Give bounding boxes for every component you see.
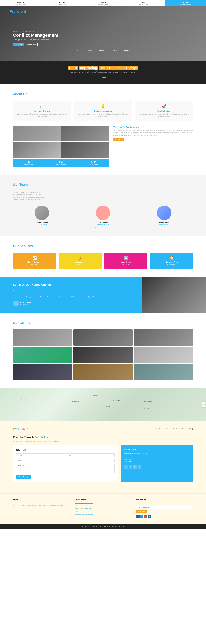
footer-nav-services[interactable]: Services — [170, 428, 176, 430]
gallery-item[interactable] — [74, 330, 132, 346]
footer-nav-about[interactable]: About — [156, 428, 160, 430]
cta-sub: Our company is one of the world's leadin… — [0, 71, 206, 73]
footer-social-gp[interactable]: g+ — [144, 515, 147, 518]
about-stat: 692Happy Clients — [77, 159, 110, 167]
phone-input[interactable] — [16, 458, 114, 462]
social-facebook[interactable]: f — [124, 465, 128, 469]
about-card-title: Business Growth — [16, 110, 68, 112]
gallery-item[interactable] — [13, 330, 72, 346]
hero-menu-clients[interactable]: Clients — [112, 50, 117, 51]
cta-pre: Start — [68, 66, 78, 70]
footer-nav-clients[interactable]: Clients — [180, 428, 185, 430]
news-date: Jun 21 — [74, 516, 78, 518]
get-in-touch-desc: You can also use a quick contact form be… — [13, 440, 193, 442]
footer-social-tw[interactable]: t — [140, 515, 144, 518]
top-nav-item-1[interactable]: AnaranLOREM IPSUM — [41, 0, 82, 6]
social-twitter[interactable]: t — [129, 465, 132, 469]
team-desc: Our company is one of the world's leadin… — [13, 192, 45, 201]
footer-nav-gallery[interactable]: Gallery — [188, 428, 193, 430]
gallery-item[interactable] — [74, 364, 132, 380]
map-zoom-out[interactable]: − — [202, 405, 205, 408]
service-icon: 🔄 — [108, 256, 144, 260]
top-nav-item-0[interactable]: EmagasLOREM IPSUM — [0, 0, 41, 6]
client-quote: Lorem ipsum dolor sit amet, consectetur … — [13, 296, 129, 298]
team-name: Cari Melissa — [74, 222, 132, 224]
gallery-item[interactable] — [134, 364, 193, 380]
gallery-item[interactable] — [134, 330, 193, 346]
news-link[interactable]: Creating Successful Consulting - — [74, 508, 131, 509]
service-text: Lorem ipsum... — [108, 264, 144, 266]
read-more-btn[interactable]: Read More — [113, 138, 124, 141]
welcome-text: This is a great service to help lead you… — [113, 130, 193, 136]
social-linkedin[interactable]: in — [138, 465, 142, 469]
about-stat: 450Staff Members — [45, 159, 77, 167]
cta-bar: Start Improving Your Business Today! Our… — [0, 61, 206, 84]
service-icon: 📋 — [153, 256, 190, 260]
top-nav-item-4[interactable]: FaceltiesLOREM IPSUM — [165, 0, 206, 6]
cta-contact-btn[interactable]: Contact Us — [95, 75, 111, 79]
footer-social-fb[interactable]: f — [136, 515, 140, 518]
about-card-icon: 🚀 — [138, 104, 190, 109]
clients-image — [142, 277, 206, 313]
hero-menu-services[interactable]: Services — [99, 50, 106, 51]
team-role: CEO / Founder — [13, 224, 71, 225]
news-link[interactable]: Unexpected Business Solutions - — [74, 514, 131, 515]
copyright-designer[interactable]: HiWayous — [118, 526, 125, 528]
hero-menu-about[interactable]: About — [77, 50, 82, 51]
hero-about-btn[interactable]: About Me — [13, 43, 24, 46]
service-title: Business Plan — [153, 261, 190, 263]
map-section: PACIFIC HEIGHTS LOWER PACIFIC HEIGHTS JA… — [0, 388, 206, 420]
gallery-item[interactable] — [74, 347, 132, 363]
stat-number: 450 — [46, 160, 76, 164]
name-input[interactable] — [16, 454, 65, 457]
footer-main: PProficient AboutTeamServicesClientsGall… — [0, 420, 206, 493]
map-zoom-in[interactable]: + — [202, 402, 205, 404]
cta-highlight: Improving — [79, 66, 98, 70]
news-date: Aug 05 — [74, 511, 78, 512]
team-avatar-0 — [34, 206, 49, 220]
service-icon: 👍 — [62, 256, 98, 260]
service-title: Market Research — [16, 261, 53, 263]
contact-phone1: (555) 789 612 — [124, 458, 190, 461]
about-card-title: Business Innovation — [78, 110, 128, 112]
email-input[interactable] — [66, 454, 114, 457]
stat-label: Projects Done — [14, 164, 44, 166]
gallery-item[interactable] — [13, 347, 72, 363]
hero-title: Conflict Management — [13, 32, 206, 38]
social-googleplus[interactable]: g+ — [134, 465, 137, 469]
about-card-text: Lorem ipsum dolor sit amet, consectetur … — [78, 113, 128, 118]
hero-logo: Proficient — [10, 10, 26, 14]
about-section: About Us 📊 Business Growth Lorem ipsum d… — [0, 84, 206, 175]
contact-info-title: Contact Info — [124, 448, 190, 451]
team-name: Richard White — [13, 222, 71, 224]
hero-menu-team[interactable]: Team — [88, 50, 92, 51]
copyright-text: Copyright 2017 Proficient. All Rights Re… — [81, 526, 118, 528]
about-title: About Us — [13, 92, 193, 96]
service-title: Management — [62, 261, 98, 263]
about-img-4 — [62, 142, 110, 158]
top-nav-item-2[interactable]: OrganizusLOREM IPSUM — [82, 0, 124, 6]
about-card-title: Results Delivery — [138, 110, 190, 112]
team-member-2: Stacy Jones Lead Designer Lorem ipsum do… — [135, 206, 193, 228]
widget-newsletter: Newsletter Sign up and receive all lates… — [136, 498, 193, 519]
widget-newsletter-title: Newsletter — [136, 498, 193, 500]
send-message-btn[interactable]: Send Message — [16, 475, 31, 479]
gallery-item[interactable] — [13, 364, 72, 380]
service-card-orange: 📈 Market Research Lorem ipsum... — [13, 253, 56, 269]
footer-social-li[interactable]: in — [148, 515, 151, 518]
footer-nav-team[interactable]: Team — [163, 428, 167, 430]
hero-section: Proficient BUSINESS MANAGEMENT Conflict … — [0, 6, 206, 61]
top-nav: EmagasLOREM IPSUMAnaranLOREM IPSUMOrgani… — [0, 0, 206, 6]
top-nav-item-3[interactable]: UlanLOREM IPSUM — [124, 0, 165, 6]
newsletter-subscribe-btn[interactable]: Subscribe — [136, 510, 146, 513]
gallery-item[interactable] — [134, 347, 193, 363]
message-textarea[interactable] — [16, 464, 114, 474]
hero-contact-btn[interactable]: Contact Me — [25, 43, 38, 46]
about-card: 🚀 Results Delivery Lorem ipsum dolor sit… — [135, 101, 193, 121]
news-link[interactable]: Professional Business Services - — [74, 502, 131, 504]
newsletter-email-input[interactable] — [136, 506, 193, 509]
hero-menu-gallery[interactable]: Gallery — [124, 50, 129, 51]
widget-news-title: Latest News — [74, 498, 131, 500]
team-member-0: Richard White CEO / Founder Lorem ipsum … — [13, 206, 71, 228]
clients-section: Some Of Our Happy Clients " Lorem ipsum … — [0, 277, 206, 313]
